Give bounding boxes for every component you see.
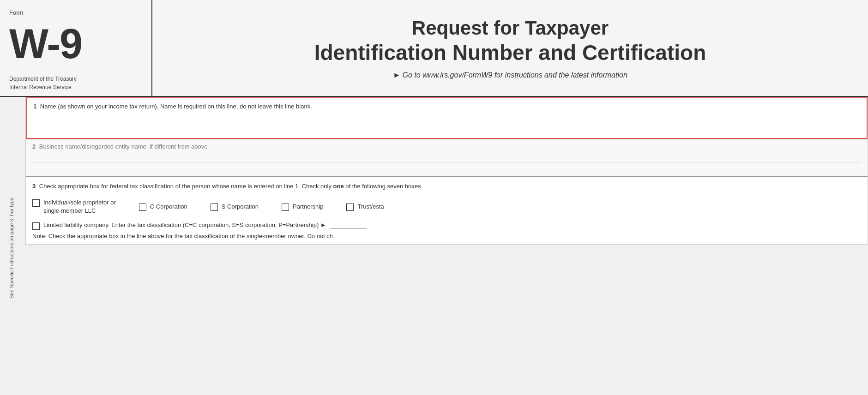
form-header: Form W-9 Department of the Treasury Inte… (0, 0, 868, 97)
checkbox-llc-box[interactable] (32, 222, 40, 230)
form-body: 1 Name (as shown on your income tax retu… (25, 97, 868, 245)
checkbox-individual[interactable]: Individual/sole proprietor orsingle-memb… (32, 198, 116, 215)
checkbox-c-corp-label: C Corporation (150, 203, 187, 211)
field-1-label: 1 Name (as shown on your income tax retu… (33, 103, 860, 110)
form-label: Form (9, 9, 142, 16)
header-right: Request for Taxpayer Identification Numb… (152, 0, 868, 96)
field-1-input[interactable] (33, 114, 860, 122)
llc-text-content: Limited liability company. Enter the tax… (43, 221, 326, 228)
form-instruction: ► Go to www.irs.gov/FormW9 for instructi… (166, 71, 854, 79)
llc-row: Limited liability company. Enter the tax… (32, 221, 861, 230)
llc-text: Limited liability company. Enter the tax… (43, 221, 861, 228)
dept-line1: Department of the Treasury (9, 75, 142, 83)
sidebar: See Specific Instructions on page 3. For… (0, 99, 23, 395)
sidebar-text: See Specific Instructions on page 3. For… (9, 196, 14, 299)
field-3-container: 3 Check appropriate box for federal tax … (26, 177, 868, 244)
field-2-text: Business name/disregarded entity name, i… (39, 143, 208, 150)
form-number: W-9 (9, 23, 142, 65)
form-title-line1: Request for Taxpayer (166, 17, 854, 40)
checkbox-c-corp-box[interactable] (139, 203, 146, 211)
checkbox-partnership-label: Partnership (293, 203, 323, 211)
checkbox-individual-label: Individual/sole proprietor orsingle-memb… (43, 198, 116, 215)
llc-line (330, 228, 367, 228)
field-2-label: 2 Business name/disregarded entity name,… (32, 143, 861, 150)
checkbox-s-corp-box[interactable] (211, 203, 218, 211)
header-left: Form W-9 Department of the Treasury Inte… (0, 0, 152, 96)
checkbox-trust[interactable]: Trust/esta (346, 203, 384, 211)
form-container: Form W-9 Department of the Treasury Inte… (0, 0, 868, 395)
dept-line2: Internal Revenue Service (9, 83, 142, 91)
checkbox-partnership-box[interactable] (282, 203, 289, 211)
field-1-number: 1 (33, 103, 36, 110)
checkbox-s-corp-label: S Corporation (222, 203, 259, 211)
dept-info: Department of the Treasury Internal Reve… (9, 75, 142, 91)
field-2-container: 2 Business name/disregarded entity name,… (26, 139, 868, 177)
note-text: Note: Check the appropriate box in the l… (32, 233, 861, 239)
field-2-input[interactable] (32, 155, 861, 162)
checkbox-individual-box[interactable] (32, 199, 40, 207)
field-1-container: 1 Name (as shown on your income tax retu… (26, 97, 868, 139)
checkbox-trust-label: Trust/esta (357, 203, 384, 211)
field-1-text: Name (as shown on your income tax return… (40, 103, 312, 110)
field-3-header: 3 Check appropriate box for federal tax … (32, 182, 861, 191)
checkboxes-row: Individual/sole proprietor orsingle-memb… (32, 198, 861, 215)
checkbox-partnership[interactable]: Partnership (282, 203, 323, 211)
checkbox-trust-box[interactable] (346, 203, 354, 211)
field-3-text: Check appropriate box for federal tax cl… (39, 183, 422, 190)
form-title-line2: Identification Number and Certification (166, 40, 854, 66)
checkbox-s-corp[interactable]: S Corporation (211, 203, 259, 211)
field-3-number: 3 (32, 183, 36, 190)
checkbox-c-corp[interactable]: C Corporation (139, 203, 187, 211)
field-2-number: 2 (32, 143, 36, 150)
